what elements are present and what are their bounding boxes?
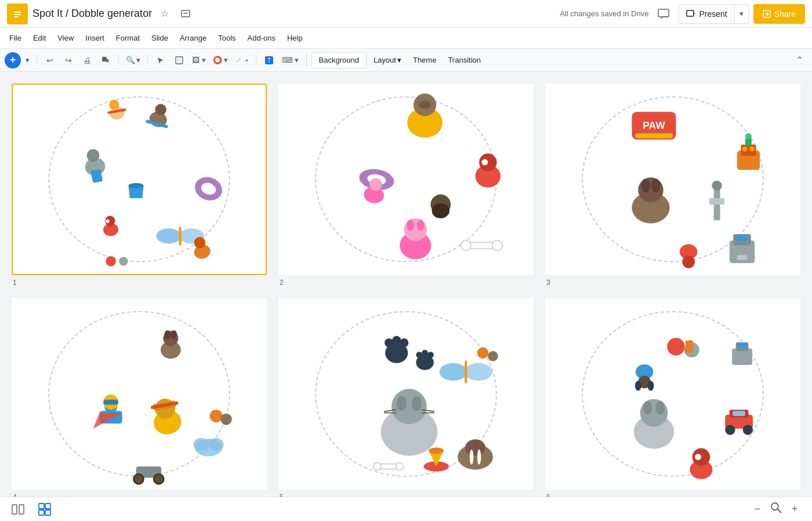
svg-point-101 (400, 338, 408, 347)
share-button[interactable]: Share (753, 4, 805, 24)
svg-rect-7 (687, 10, 694, 16)
svg-point-38 (419, 101, 432, 108)
svg-rect-31 (179, 227, 181, 246)
slide-6-number: 6 (545, 493, 800, 497)
svg-point-75 (736, 235, 742, 241)
svg-point-35 (119, 257, 128, 266)
slide-2[interactable] (278, 84, 534, 275)
svg-point-96 (133, 474, 143, 484)
zoom-controls: − + (749, 501, 803, 518)
svg-point-103 (416, 352, 422, 358)
present-dropdown-arrow[interactable]: ▾ (735, 5, 748, 23)
keyboard-dropdown[interactable]: ⌨ ▾ (280, 52, 302, 68)
svg-point-65 (638, 178, 663, 202)
zoom-icon (770, 502, 782, 516)
transition-button[interactable]: Transition (443, 52, 485, 68)
add-slide-dropdown[interactable]: ▾ (23, 52, 32, 68)
image-tool-dropdown[interactable]: 🖼 ▾ (190, 52, 208, 68)
menu-tools[interactable]: Tools (213, 31, 240, 45)
menu-view[interactable]: View (53, 31, 78, 45)
share-label: Share (774, 9, 796, 19)
filmstrip-view-button[interactable] (9, 502, 27, 517)
grid-view-button[interactable] (36, 501, 53, 518)
add-slide-button[interactable]: + (5, 52, 21, 68)
slide-3-number: 3 (545, 278, 800, 287)
svg-point-113 (397, 396, 407, 411)
zoom-dropdown[interactable]: 🔍 ▾ (124, 52, 143, 68)
svg-rect-130 (686, 341, 693, 353)
svg-point-142 (656, 401, 665, 415)
svg-rect-152 (19, 505, 24, 514)
menu-addons[interactable]: Add-ons (243, 31, 280, 45)
svg-point-63 (745, 133, 752, 140)
svg-point-23 (129, 183, 144, 189)
svg-point-109 (477, 348, 489, 359)
slide-1[interactable] (12, 84, 267, 275)
paint-format-button[interactable] (97, 52, 114, 68)
svg-point-69 (712, 180, 722, 190)
menu-format[interactable]: Format (111, 31, 144, 45)
present-button[interactable]: Present ▾ (679, 4, 748, 24)
svg-point-49 (461, 240, 471, 250)
slide-3[interactable]: PAW (545, 84, 800, 275)
svg-point-112 (392, 389, 427, 424)
svg-point-47 (481, 159, 488, 165)
slide-4-number: 4 (12, 493, 267, 497)
svg-point-128 (667, 338, 684, 355)
svg-point-114 (412, 396, 422, 411)
status-bar: − + (0, 497, 812, 521)
star-button[interactable]: ☆ (157, 6, 173, 22)
svg-rect-108 (465, 360, 467, 383)
toolbar-divider-1 (37, 55, 37, 66)
svg-rect-74 (733, 234, 751, 246)
menu-insert[interactable]: Insert (81, 31, 109, 45)
svg-point-146 (743, 425, 753, 435)
svg-point-157 (771, 503, 778, 510)
move-tool[interactable] (171, 52, 187, 68)
textbox-button[interactable]: T (261, 52, 277, 68)
layout-button[interactable]: Layout▾ (369, 52, 406, 68)
print-button[interactable]: 🖨 (79, 52, 95, 68)
svg-point-104 (422, 350, 428, 356)
svg-point-61 (750, 146, 755, 151)
slide-5[interactable] (278, 298, 534, 490)
background-button[interactable]: Background (311, 52, 367, 68)
menu-slide[interactable]: Slide (147, 31, 173, 45)
svg-point-126 (373, 462, 380, 470)
slide-6[interactable] (545, 298, 800, 490)
collapse-toolbar-button[interactable]: ⌃ (791, 52, 807, 68)
svg-rect-77 (737, 255, 747, 260)
svg-point-124 (429, 447, 444, 454)
slide-wrapper-4: 4 (12, 298, 267, 497)
svg-rect-11 (177, 58, 182, 63)
theme-button[interactable]: Theme (408, 52, 441, 68)
select-tool[interactable] (153, 52, 169, 68)
zoom-in-button[interactable]: + (786, 501, 803, 518)
line-tool-dropdown[interactable]: ⟋ ▾ (233, 52, 251, 68)
svg-point-134 (742, 343, 748, 348)
menu-bar: File Edit View Insert Format Slide Arran… (0, 28, 812, 49)
zoom-out-button[interactable]: − (749, 501, 766, 518)
undo-button[interactable]: ↩ (42, 52, 58, 68)
toolbar-divider-5 (306, 55, 307, 66)
svg-point-100 (392, 336, 401, 345)
drive-button[interactable] (177, 6, 194, 22)
shape-tool-dropdown[interactable]: ⭕ ▾ (211, 52, 231, 68)
comment-button[interactable] (653, 3, 674, 24)
title-bar: Spot It / Dobble generator ☆ All changes… (0, 0, 812, 28)
redo-button[interactable]: ↪ (60, 52, 77, 68)
svg-rect-6 (658, 9, 669, 17)
svg-rect-153 (39, 504, 44, 509)
svg-rect-9 (102, 57, 107, 61)
menu-help[interactable]: Help (282, 31, 307, 45)
slide-4[interactable] (12, 298, 267, 490)
svg-point-140 (640, 399, 668, 427)
svg-point-60 (742, 146, 748, 151)
app-title: Spot It / Dobble generator (32, 8, 152, 20)
menu-file[interactable]: File (5, 31, 26, 45)
slide-2-number: 2 (278, 278, 534, 287)
slide-4-content (13, 299, 266, 489)
menu-arrange[interactable]: Arrange (175, 31, 211, 45)
slide-wrapper-1: 1 (12, 84, 267, 287)
menu-edit[interactable]: Edit (28, 31, 50, 45)
